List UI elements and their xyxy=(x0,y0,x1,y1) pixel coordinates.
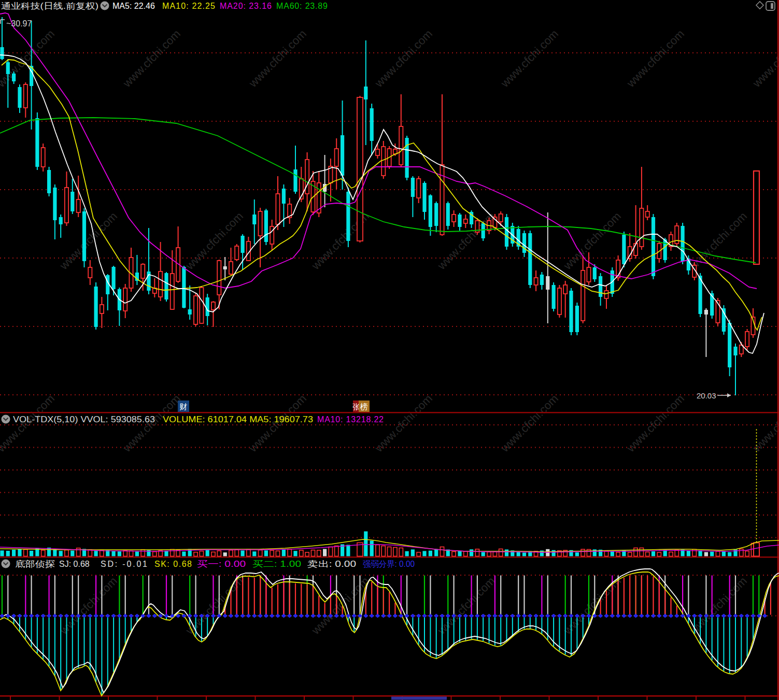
svg-text:MA5: 22.46: MA5: 22.46 xyxy=(112,2,155,10)
svg-text:VOL-TDX(5,10) VVOL: 593085.63: VOL-TDX(5,10) VVOL: 593085.63 xyxy=(13,415,155,424)
svg-text:VOLUME: 61017.04 MA5: 19607.7: VOLUME: 61017.04 MA5: 19607.73 xyxy=(163,415,313,424)
svg-text:财: 财 xyxy=(180,402,188,411)
svg-text:买二: 1.00: 买二: 1.00 xyxy=(252,560,301,568)
svg-text:MA10: 22.25: MA10: 22.25 xyxy=(162,2,215,10)
svg-text:SJ: 0.68: SJ: 0.68 xyxy=(59,560,90,568)
svg-text:卖出: 0.00: 卖出: 0.00 xyxy=(307,560,356,568)
svg-text:强弱分界: 0.00: 强弱分界: 0.00 xyxy=(363,560,415,568)
svg-text:MA10: 13218.22: MA10: 13218.22 xyxy=(317,415,384,424)
svg-text:榜: 榜 xyxy=(360,402,368,411)
svg-text:通业科技(日线.前复权): 通业科技(日线.前复权) xyxy=(1,2,98,10)
svg-text:底部侦探: 底部侦探 xyxy=(15,560,55,568)
svg-text:MA60: 23.89: MA60: 23.89 xyxy=(276,2,328,10)
svg-text:20.03: 20.03 xyxy=(697,391,716,400)
svg-text:MA20: 23.16: MA20: 23.16 xyxy=(220,2,272,10)
svg-text:买一: 0.00: 买一: 0.00 xyxy=(197,560,246,568)
svg-text:SD: -0.01: SD: -0.01 xyxy=(101,560,147,568)
svg-text:张: 张 xyxy=(352,403,360,411)
svg-text:~30.97: ~30.97 xyxy=(6,19,32,28)
